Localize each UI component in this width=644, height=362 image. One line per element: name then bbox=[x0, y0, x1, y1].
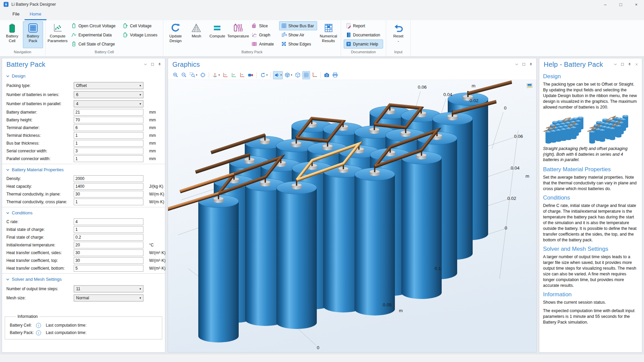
help-panel-close-button[interactable] bbox=[635, 62, 639, 66]
ribbon-button-numerical-results[interactable]: NumericalResults bbox=[318, 21, 339, 48]
toolbar-button-view-box[interactable] bbox=[294, 71, 302, 79]
section-header-battery-material-properties[interactable]: Battery Material Properties bbox=[2, 164, 165, 175]
chevron-down-icon: ▾ bbox=[139, 93, 141, 96]
toolbar-button-zoom-out[interactable] bbox=[180, 71, 188, 79]
ribbon-group-navigation: BatteryCellBatteryPackNavigation bbox=[0, 20, 45, 56]
input-heat-transfer-coefficient-bottom[interactable] bbox=[74, 265, 143, 272]
chevron-down-icon bbox=[515, 62, 519, 66]
window-close-button[interactable]: × bbox=[629, 0, 644, 9]
toolbar-button-view-camera[interactable] bbox=[247, 71, 255, 79]
input-c-rate[interactable] bbox=[74, 218, 143, 225]
z-axis-tick-label: 0.06 bbox=[514, 134, 523, 139]
input-final-state-of-charge[interactable] bbox=[74, 234, 143, 241]
help-panel-pin-button[interactable] bbox=[628, 62, 632, 66]
help-heading-information: Information bbox=[543, 291, 638, 298]
input-battery-height[interactable] bbox=[74, 117, 143, 123]
toolbar-button-transparency-cube[interactable]: ▾ bbox=[283, 71, 293, 79]
settings-panel-float-button[interactable] bbox=[150, 62, 155, 66]
select-number-of-output-time-steps[interactable]: 11▾ bbox=[74, 285, 143, 292]
toolbar-button-rotate[interactable]: ▾ bbox=[259, 71, 269, 79]
toolbar-button-view-default[interactable]: ▾ bbox=[211, 71, 221, 79]
input-battery-diameter[interactable] bbox=[74, 109, 143, 116]
ribbon-button-show-bus-bar[interactable]: Show Bus Bar bbox=[279, 21, 317, 30]
help-panel-chevron-down-button[interactable] bbox=[613, 62, 617, 66]
input-serial-connector-width[interactable] bbox=[74, 148, 143, 154]
form-row: Parallel connector width:mm bbox=[2, 155, 165, 162]
section-header-solver-and-mesh-settings[interactable]: Solver and Mesh Settings bbox=[2, 274, 165, 284]
app-icon bbox=[3, 2, 9, 7]
ribbon-button-documentation[interactable]: Documentation bbox=[344, 30, 383, 39]
input-heat-transfer-coefficient-top[interactable] bbox=[74, 257, 143, 264]
section-header-conditions[interactable]: Conditions bbox=[2, 207, 165, 218]
ribbon-button-mesh[interactable]: Mesh bbox=[186, 21, 206, 48]
info-icon[interactable]: i bbox=[36, 323, 41, 328]
info-icon[interactable]: i bbox=[36, 330, 41, 335]
ribbon-button-battery-cell[interactable]: BatteryCell bbox=[2, 21, 22, 48]
settings-panel-chevron-down-button[interactable] bbox=[143, 62, 147, 66]
ribbon-button-reset[interactable]: Reset⌄ bbox=[388, 21, 408, 48]
input-thermal-conductivity-cross-plane[interactable] bbox=[74, 199, 143, 205]
toolbar-button-print[interactable] bbox=[331, 71, 339, 79]
toolbar-button-view-yz[interactable]: yz bbox=[230, 71, 238, 79]
settings-panel-pin-button[interactable] bbox=[158, 62, 162, 66]
input-density[interactable] bbox=[74, 175, 143, 182]
ribbon-button-update-design[interactable]: UpdateDesign bbox=[165, 21, 185, 48]
toolbar-button-view-xy[interactable]: xy bbox=[222, 71, 229, 79]
select-packing-type[interactable]: Offset▾ bbox=[74, 82, 143, 89]
toolbar-button-scene-light[interactable]: ▾ bbox=[273, 71, 283, 79]
input-terminal-thickness[interactable] bbox=[74, 132, 143, 139]
section-header-design[interactable]: Design bbox=[2, 70, 165, 81]
graphics-panel-chevron-down-button[interactable] bbox=[515, 62, 519, 66]
input-heat-transfer-coefficient-sides[interactable] bbox=[74, 249, 143, 256]
toolbar-button-grid[interactable] bbox=[302, 71, 310, 79]
window-minimize-button[interactable]: – bbox=[598, 0, 613, 9]
help-paragraph: Define C rate, initial state of charge a… bbox=[543, 203, 638, 243]
toolbar-button-view-xz[interactable]: xz bbox=[238, 71, 246, 79]
form-row: Thermal conductivity, in plane:W/(m·K) bbox=[2, 190, 165, 198]
ribbon-button-compute[interactable]: Compute bbox=[207, 21, 227, 48]
ribbon-button-report[interactable]: Report bbox=[344, 21, 383, 30]
input-parallel-connector-width[interactable] bbox=[74, 155, 143, 162]
toolbar-button-axis-indicator[interactable] bbox=[311, 71, 318, 79]
input-terminal-diameter[interactable] bbox=[74, 124, 143, 131]
ribbon-button-cell-voltage[interactable]: Cell Voltage bbox=[121, 21, 160, 30]
select-mesh-size[interactable]: Normal▾ bbox=[74, 294, 143, 301]
toolbar-button-zoom-box[interactable]: ▾ bbox=[189, 71, 198, 79]
input-initial-external-temperature[interactable] bbox=[74, 242, 143, 248]
ribbon-group-battery-cell: ComputeParametersOpen Circuit VoltageExp… bbox=[45, 20, 163, 56]
toolbar-button-zoom-extents[interactable] bbox=[199, 71, 207, 79]
input-heat-capacity[interactable] bbox=[74, 183, 143, 190]
ribbon-button-show-edges[interactable]: Show Edges bbox=[279, 39, 317, 49]
menu-tab-home[interactable]: Home bbox=[25, 9, 46, 20]
color-legend-button[interactable] bbox=[526, 82, 534, 89]
chevron-down-icon: ▾ bbox=[139, 296, 141, 300]
help-panel-header: Help - Battery Pack bbox=[539, 58, 642, 70]
ribbon-button-graph[interactable]: Graph bbox=[249, 30, 277, 39]
input-initial-state-of-charge[interactable] bbox=[74, 226, 143, 233]
graphics-panel-float-button[interactable] bbox=[522, 62, 526, 66]
ribbon-button-dynamic-help[interactable]: ?Dynamic Help bbox=[344, 39, 383, 49]
menu-tab-file[interactable]: File bbox=[7, 9, 25, 20]
ribbon-button-animate[interactable]: Animate bbox=[249, 39, 277, 49]
ribbon-button-experimental-data[interactable]: Experimental Data bbox=[69, 30, 118, 39]
ribbon-button-battery-pack[interactable]: BatteryPack bbox=[23, 21, 43, 48]
ribbon-button-compute-parameters[interactable]: ComputeParameters bbox=[47, 21, 68, 48]
input-bus-bar-thickness[interactable] bbox=[74, 140, 143, 147]
toolbar-button-snapshot[interactable] bbox=[323, 71, 331, 79]
ribbon-button-temperature[interactable]: Temperature bbox=[228, 21, 248, 48]
toolbar-button-zoom-in[interactable] bbox=[172, 71, 179, 79]
window-maximize-button[interactable]: □ bbox=[613, 0, 629, 9]
select-number-of-batteries-in-series[interactable]: 6▾ bbox=[74, 91, 143, 98]
ribbon-button-slice[interactable]: Slice bbox=[249, 21, 277, 30]
select-number-of-batteries-in-parallel[interactable]: 4▾ bbox=[74, 100, 143, 107]
ribbon-button-voltage-losses[interactable]: Voltage Losses bbox=[121, 30, 160, 39]
graph-icon bbox=[251, 32, 257, 38]
input-thermal-conductivity-in-plane[interactable] bbox=[74, 191, 143, 198]
3d-viewport[interactable]: 0.060.040.020m0.060.040.020m0.10.050m bbox=[168, 80, 536, 352]
ribbon-button-open-circuit-voltage[interactable]: Open Circuit Voltage bbox=[69, 21, 118, 30]
ribbon-button-show-air[interactable]: Show Air bbox=[279, 30, 317, 39]
ribbon-button-cell-state-of-charge[interactable]: Cell State of Charge bbox=[69, 39, 118, 49]
help-panel-float-button[interactable] bbox=[620, 62, 624, 66]
help-images bbox=[543, 113, 638, 144]
graphics-panel-pin-button[interactable] bbox=[529, 62, 533, 66]
